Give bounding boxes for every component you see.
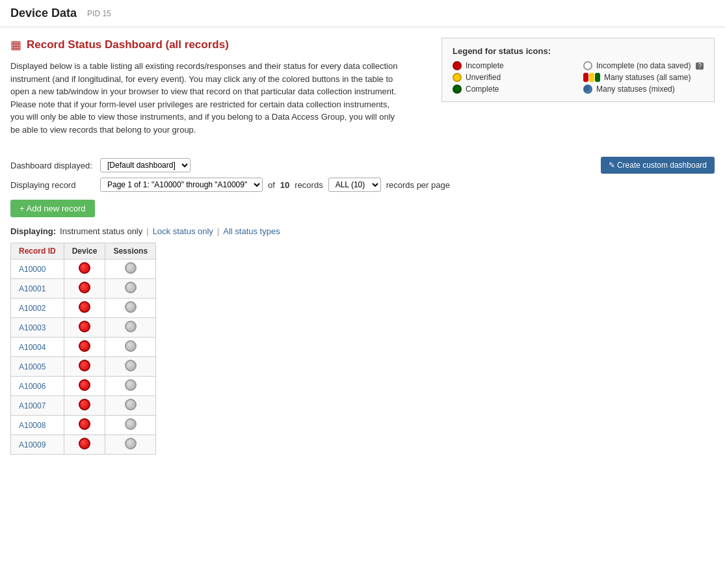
cell-device [64, 260, 105, 279]
question-badge: ? [696, 62, 704, 70]
cell-device [64, 416, 105, 435]
record-id-link[interactable]: A10001 [19, 284, 46, 293]
device-status-icon[interactable] [79, 399, 90, 410]
table-row: A10007 [11, 396, 156, 416]
sessions-status-icon[interactable] [125, 321, 137, 332]
col-sessions: Sessions [105, 243, 156, 260]
cell-record-id: A10003 [11, 318, 64, 338]
sessions-status-icon[interactable] [125, 301, 137, 313]
records-table: Record ID Device Sessions A10000A10001A1… [10, 243, 156, 455]
sessions-status-icon[interactable] [125, 360, 137, 371]
all-status-link[interactable]: All status types [223, 226, 280, 236]
top-section: ▦ Record Status Dashboard (all records) … [10, 38, 715, 146]
table-row: A10006 [11, 377, 156, 396]
legend-title: Legend for status icons: [453, 46, 704, 56]
complete-label: Complete [466, 85, 499, 94]
cell-device [64, 435, 105, 455]
cell-sessions [105, 377, 156, 396]
of-label: of [268, 180, 275, 190]
device-status-icon[interactable] [79, 262, 90, 274]
record-pages-select[interactable]: Page 1 of 1: "A10000" through "A10009" [100, 178, 263, 192]
sep1: | [146, 226, 148, 236]
sessions-status-icon[interactable] [125, 418, 137, 430]
sessions-status-icon[interactable] [125, 340, 137, 352]
device-status-icon[interactable] [79, 418, 90, 430]
table-row: A10002 [11, 299, 156, 318]
device-status-icon[interactable] [79, 340, 90, 352]
sessions-status-icon[interactable] [125, 399, 137, 410]
add-record-button[interactable]: + Add new record [10, 200, 95, 217]
cell-record-id: A10006 [11, 377, 64, 396]
dashboard-label: Dashboard displayed: [10, 161, 95, 170]
legend-complete: Complete [453, 85, 573, 94]
displaying-bar: Displaying: Instrument status only | Loc… [10, 226, 715, 236]
sessions-status-icon[interactable] [125, 262, 137, 274]
page-description: Displayed below is a table listing all e… [10, 60, 401, 136]
cell-device [64, 357, 105, 377]
incomplete-no-data-label: Incomplete (no data saved) [596, 61, 691, 70]
cell-sessions [105, 299, 156, 318]
many-same-label: Many statuses (all same) [604, 73, 691, 82]
instrument-status-link[interactable]: Instrument status only [60, 226, 142, 236]
table-row: A10003 [11, 318, 156, 338]
legend-incomplete: Incomplete [453, 61, 573, 70]
dashboard-select[interactable]: [Default dashboard] [100, 158, 191, 172]
cell-device [64, 396, 105, 416]
device-status-icon[interactable] [79, 282, 90, 293]
table-row: A10004 [11, 338, 156, 357]
cell-record-id: A10008 [11, 416, 64, 435]
record-row: Displaying record Page 1 of 1: "A10000" … [10, 178, 715, 192]
device-status-icon[interactable] [79, 438, 90, 449]
sessions-status-icon[interactable] [125, 379, 137, 391]
legend-grid: Incomplete Incomplete (no data saved) ? … [453, 61, 704, 94]
cell-device [64, 318, 105, 338]
complete-icon [453, 85, 462, 94]
record-id-link[interactable]: A10002 [19, 304, 46, 313]
record-id-link[interactable]: A10004 [19, 343, 46, 352]
dashboard-row: Dashboard displayed: [Default dashboard]… [10, 157, 715, 174]
device-status-icon[interactable] [79, 321, 90, 332]
cell-device [64, 377, 105, 396]
cell-device [64, 338, 105, 357]
traffic-yellow [589, 73, 594, 82]
cell-record-id: A10001 [11, 279, 64, 299]
create-dashboard-button[interactable]: ✎ Create custom dashboard [601, 157, 715, 174]
record-id-link[interactable]: A10000 [19, 265, 46, 274]
table-header: Record ID Device Sessions [11, 243, 156, 260]
table-row: A10005 [11, 357, 156, 377]
col-record-id: Record ID [11, 243, 64, 260]
table-row: A10008 [11, 416, 156, 435]
many-mixed-label: Many statuses (mixed) [596, 85, 675, 94]
cell-sessions [105, 435, 156, 455]
controls-area: Dashboard displayed: [Default dashboard]… [10, 157, 715, 192]
cell-device [64, 279, 105, 299]
legend-many-same: Many statuses (all same) [583, 73, 704, 82]
sessions-status-icon[interactable] [125, 282, 137, 293]
device-status-icon[interactable] [79, 379, 90, 391]
cell-device [64, 299, 105, 318]
traffic-red [583, 73, 588, 82]
per-page-select[interactable]: ALL (10) [328, 178, 381, 192]
cell-record-id: A10004 [11, 338, 64, 357]
left-panel: ▦ Record Status Dashboard (all records) … [10, 38, 426, 146]
device-status-icon[interactable] [79, 360, 90, 371]
record-id-link[interactable]: A10006 [19, 382, 46, 391]
cell-sessions [105, 396, 156, 416]
record-id-link[interactable]: A10005 [19, 362, 46, 371]
incomplete-no-data-icon [583, 61, 592, 70]
sessions-status-icon[interactable] [125, 438, 137, 449]
device-status-icon[interactable] [79, 301, 90, 313]
record-id-link[interactable]: A10007 [19, 401, 46, 410]
per-page-label: records per page [386, 180, 450, 190]
record-id-link[interactable]: A10003 [19, 323, 46, 332]
cell-sessions [105, 416, 156, 435]
table-row: A10001 [11, 279, 156, 299]
record-label: Displaying record [10, 180, 95, 190]
record-count: 10 [280, 180, 289, 190]
lock-status-link[interactable]: Lock status only [153, 226, 213, 236]
page-header: Device Data PID 15 [0, 0, 725, 27]
traffic-icon [583, 73, 600, 82]
record-id-link[interactable]: A10009 [19, 440, 46, 449]
record-id-link[interactable]: A10008 [19, 421, 46, 430]
page-title-bar: ▦ Record Status Dashboard (all records) [10, 38, 426, 52]
